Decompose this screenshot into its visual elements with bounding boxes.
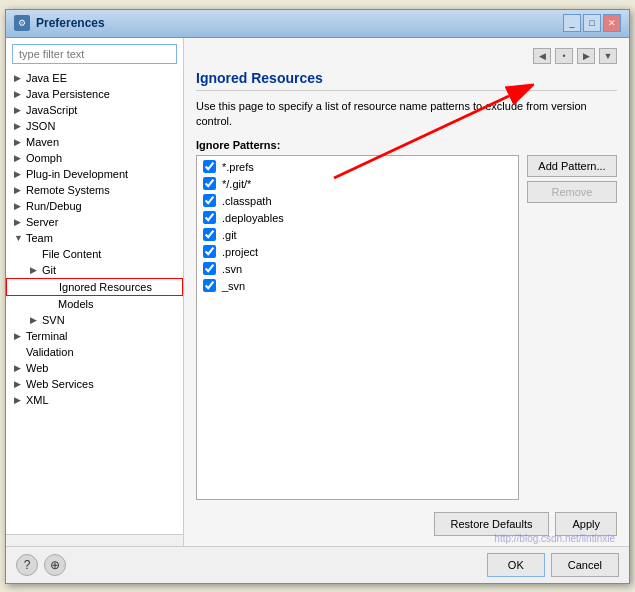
sidebar-item-label: JSON (26, 120, 55, 132)
pattern-text: .svn (222, 263, 242, 275)
sidebar-item-label: XML (26, 394, 49, 406)
list-item: .git (199, 226, 516, 243)
sidebar-item-terminal[interactable]: ▶Terminal (6, 328, 183, 344)
sidebar-item-label: Java EE (26, 72, 67, 84)
sidebar-item-label: Oomph (26, 152, 62, 164)
search-input[interactable] (12, 44, 177, 64)
sidebar-item-label: Team (26, 232, 53, 244)
main-panel: ◀ • ▶ ▼ Ignored Resources Use this page … (184, 38, 629, 546)
pattern-checkbox[interactable] (203, 177, 216, 190)
sidebar-item-label: Web Services (26, 378, 94, 390)
sidebar-item-xml[interactable]: ▶XML (6, 392, 183, 408)
list-item: .project (199, 243, 516, 260)
pattern-text: _svn (222, 280, 245, 292)
tree-arrow-icon: ▶ (14, 185, 26, 195)
sidebar-item-javascript[interactable]: ▶JavaScript (6, 102, 183, 118)
tree-arrow-icon: ▶ (14, 331, 26, 341)
info-icon[interactable]: ⊕ (44, 554, 66, 576)
sidebar-item-label: Models (58, 298, 93, 310)
title-bar: ⚙ Preferences _ □ ✕ (6, 10, 629, 38)
forward-button[interactable]: ▶ (577, 48, 595, 64)
pattern-checkbox[interactable] (203, 228, 216, 241)
sidebar-item-label: Maven (26, 136, 59, 148)
sidebar-item-java-ee[interactable]: ▶Java EE (6, 70, 183, 86)
sidebar-item-label: Java Persistence (26, 88, 110, 100)
sidebar-item-ignored-resources[interactable]: Ignored Resources (6, 278, 183, 296)
sidebar-item-json[interactable]: ▶JSON (6, 118, 183, 134)
tree-arrow-icon: ▶ (14, 363, 26, 373)
pattern-text: .classpath (222, 195, 272, 207)
tree-container: ▶Java EE▶Java Persistence▶JavaScript▶JSO… (6, 70, 183, 534)
list-item: .deployables (199, 209, 516, 226)
pattern-checkbox[interactable] (203, 262, 216, 275)
title-bar-buttons: _ □ ✕ (563, 14, 621, 32)
sidebar-item-label: Run/Debug (26, 200, 82, 212)
tree-arrow-icon: ▼ (14, 233, 26, 243)
sidebar-item-web[interactable]: ▶Web (6, 360, 183, 376)
help-icon[interactable]: ? (16, 554, 38, 576)
preferences-window: ⚙ Preferences _ □ ✕ ▶Java EE▶Java Persis… (5, 9, 630, 584)
pattern-checkbox[interactable] (203, 160, 216, 173)
tree-arrow-icon: ▶ (30, 265, 42, 275)
add-pattern-button[interactable]: Add Pattern... (527, 155, 617, 177)
tree-arrow-icon: ▶ (14, 217, 26, 227)
sidebar-item-label: Terminal (26, 330, 68, 342)
tree-arrow-icon: ▶ (14, 379, 26, 389)
tree-arrow-icon: ▶ (14, 137, 26, 147)
pattern-checkbox[interactable] (203, 279, 216, 292)
dropdown-button[interactable]: ▼ (599, 48, 617, 64)
sidebar-item-java-persistence[interactable]: ▶Java Persistence (6, 86, 183, 102)
section-label: Ignore Patterns: (196, 139, 617, 151)
close-button[interactable]: ✕ (603, 14, 621, 32)
pattern-checkbox[interactable] (203, 245, 216, 258)
sidebar-item-label: Plug-in Development (26, 168, 128, 180)
window-title: Preferences (36, 16, 563, 30)
sidebar-item-team[interactable]: ▼Team (6, 230, 183, 246)
maximize-button[interactable]: □ (583, 14, 601, 32)
sidebar-item-git[interactable]: ▶Git (6, 262, 183, 278)
sidebar-item-models[interactable]: Models (6, 296, 183, 312)
pattern-text: .project (222, 246, 258, 258)
sidebar-item-server[interactable]: ▶Server (6, 214, 183, 230)
sidebar-item-label: SVN (42, 314, 65, 326)
sidebar-item-label: Web (26, 362, 48, 374)
sidebar-item-label: Ignored Resources (59, 281, 152, 293)
tree-arrow-icon: ▶ (30, 315, 42, 325)
apply-button[interactable]: Apply (555, 512, 617, 536)
footer-left-icons: ? ⊕ (16, 554, 66, 576)
patterns-buttons: Add Pattern... Remove (527, 155, 617, 499)
pattern-checkbox[interactable] (203, 194, 216, 207)
tree-arrow-icon: ▶ (14, 395, 26, 405)
ok-button[interactable]: OK (487, 553, 545, 577)
remove-button[interactable]: Remove (527, 181, 617, 203)
minimize-button[interactable]: _ (563, 14, 581, 32)
list-item: _svn (199, 277, 516, 294)
sidebar-item-file-content[interactable]: File Content (6, 246, 183, 262)
sidebar-item-maven[interactable]: ▶Maven (6, 134, 183, 150)
window-footer: ? ⊕ OK Cancel (6, 546, 629, 583)
sidebar-item-label: Git (42, 264, 56, 276)
patterns-list: *.prefs*/.git/*.classpath.deployables.gi… (196, 155, 519, 499)
sidebar-item-validation[interactable]: Validation (6, 344, 183, 360)
sidebar-item-remote-systems[interactable]: ▶Remote Systems (6, 182, 183, 198)
tree-arrow-icon: ▶ (14, 201, 26, 211)
sidebar-scrollbar[interactable] (6, 534, 183, 546)
content-area: ▶Java EE▶Java Persistence▶JavaScript▶JSO… (6, 38, 629, 546)
sidebar-item-run-debug[interactable]: ▶Run/Debug (6, 198, 183, 214)
sidebar-item-svn[interactable]: ▶SVN (6, 312, 183, 328)
pattern-text: */.git/* (222, 178, 251, 190)
panel-title: Ignored Resources (196, 70, 617, 91)
restore-defaults-button[interactable]: Restore Defaults (434, 512, 550, 536)
cancel-button[interactable]: Cancel (551, 553, 619, 577)
pattern-checkbox[interactable] (203, 211, 216, 224)
patterns-area: *.prefs*/.git/*.classpath.deployables.gi… (196, 155, 617, 499)
panel-bottom-buttons: Restore Defaults Apply (196, 508, 617, 536)
sidebar-item-label: File Content (42, 248, 101, 260)
sidebar-item-web-services[interactable]: ▶Web Services (6, 376, 183, 392)
nav-row: ◀ • ▶ ▼ (196, 48, 617, 64)
sidebar-item-plugin-development[interactable]: ▶Plug-in Development (6, 166, 183, 182)
dot-button[interactable]: • (555, 48, 573, 64)
back-button[interactable]: ◀ (533, 48, 551, 64)
sidebar-item-oomph[interactable]: ▶Oomph (6, 150, 183, 166)
sidebar-item-label: JavaScript (26, 104, 77, 116)
